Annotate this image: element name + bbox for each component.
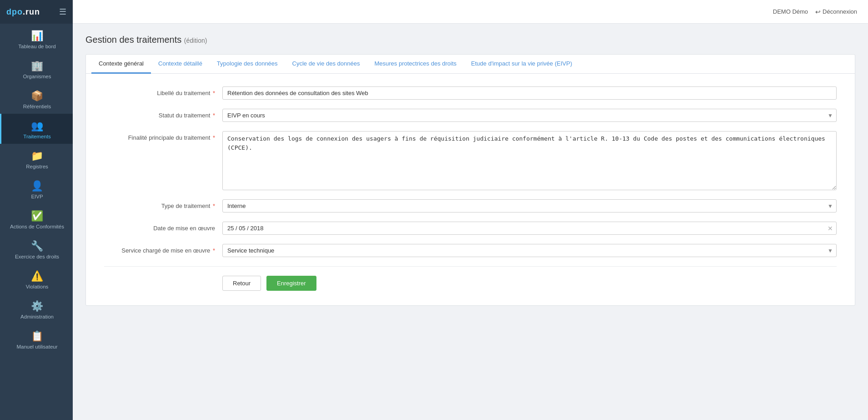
tab-typologie-donnees[interactable]: Typologie des données: [210, 55, 285, 74]
manuel-icon: 📋: [31, 330, 43, 342]
sidebar-item-organismes[interactable]: 🏢 Organismes: [0, 54, 73, 84]
sidebar-item-traitements[interactable]: 👥 Traitements: [0, 114, 73, 144]
sidebar-item-label: Tableau de bord: [18, 44, 55, 49]
finalite-required: *: [213, 134, 215, 141]
sidebar-item-manuel-utilisateur[interactable]: 📋 Manuel utilisateur: [0, 324, 73, 354]
tab-cycle-vie-donnees[interactable]: Cycle de vie des données: [285, 55, 367, 74]
libelle-label: Libellé du traitement *: [104, 86, 222, 96]
form-divider: [104, 266, 837, 267]
tab-contexte-detaille[interactable]: Contexte détaillé: [151, 55, 210, 74]
eivp-icon: 👤: [31, 180, 43, 192]
save-button[interactable]: Enregistrer: [266, 276, 316, 291]
violations-icon: ⚠️: [31, 270, 43, 282]
date-input[interactable]: [222, 222, 837, 235]
registres-icon: 📁: [31, 150, 43, 162]
sidebar-item-label: Violations: [26, 284, 49, 289]
form-area: Libellé du traitement * Statut du traite…: [86, 74, 855, 305]
libelle-row: Libellé du traitement *: [104, 86, 837, 100]
administration-icon: ⚙️: [31, 300, 43, 312]
libelle-input[interactable]: [222, 86, 837, 100]
statut-row: Statut du traitement * EIVP en cours Act…: [104, 109, 837, 122]
back-button[interactable]: Retour: [222, 276, 261, 291]
type-select-wrapper: Interne Externe ▼: [222, 199, 837, 213]
date-clear-icon[interactable]: ✕: [828, 225, 833, 232]
sidebar-item-registres[interactable]: 📁 Registres: [0, 144, 73, 174]
sidebar-item-label: Organismes: [23, 74, 51, 79]
logout-icon: ↩: [815, 8, 821, 15]
logo: dpo.run ☰: [0, 0, 73, 24]
traitements-icon: 👥: [31, 120, 43, 132]
sidebar-item-exercice-droits[interactable]: 🔧 Exercice des droits: [0, 234, 73, 264]
sidebar-item-label: Administration: [20, 314, 54, 319]
sidebar-item-label: Exercice des droits: [15, 254, 59, 259]
type-row: Type de traitement * Interne Externe ▼: [104, 199, 837, 213]
service-label: Service chargé de mise en œuvre *: [104, 244, 222, 254]
statut-select[interactable]: EIVP en cours Actif Inactif En cours: [222, 109, 837, 122]
type-label: Type de traitement *: [104, 199, 222, 209]
tab-contexte-general[interactable]: Contexte général: [91, 55, 151, 74]
date-wrapper: ✕: [222, 222, 837, 235]
conformites-icon: ✅: [31, 210, 43, 222]
finalite-textarea[interactable]: Conservation des logs de connexion des u…: [222, 131, 837, 190]
service-select-wrapper: Service technique Service informatique D…: [222, 244, 837, 257]
hamburger-icon[interactable]: ☰: [59, 7, 66, 17]
form-actions: Retour Enregistrer: [104, 276, 837, 291]
sidebar-item-label: EIVP: [31, 194, 43, 199]
sidebar-item-eivp[interactable]: 👤 EIVP: [0, 174, 73, 204]
service-row: Service chargé de mise en œuvre * Servic…: [104, 244, 837, 257]
type-required: *: [213, 202, 215, 209]
logout-label: Déconnexion: [823, 8, 857, 15]
type-select[interactable]: Interne Externe: [222, 199, 837, 213]
page-title: Gestion des traitements (édition): [85, 35, 855, 45]
sidebar: dpo.run ☰ 📊 Tableau de bord 🏢 Organismes…: [0, 0, 73, 420]
main-content: DEMO Démo ↩ Déconnexion Gestion des trai…: [73, 0, 868, 420]
form-card: Contexte général Contexte détaillé Typol…: [85, 54, 855, 306]
date-row: Date de mise en œuvre ✕: [104, 222, 837, 235]
tab-etude-impact[interactable]: Etude d'impact sur la vie privée (EIVP): [464, 55, 579, 74]
sidebar-item-label: Manuel utilisateur: [16, 344, 57, 349]
libelle-required: *: [213, 90, 215, 96]
content-area: Gestion des traitements (édition) Contex…: [73, 24, 868, 420]
dashboard-icon: 📊: [31, 30, 43, 42]
topbar: DEMO Démo ↩ Déconnexion: [73, 0, 868, 24]
demo-user-label: DEMO Démo: [773, 8, 808, 15]
finalite-label: Finalité principale du traitement *: [104, 131, 222, 141]
service-select[interactable]: Service technique Service informatique D…: [222, 244, 837, 257]
sidebar-item-tableau-de-bord[interactable]: 📊 Tableau de bord: [0, 24, 73, 54]
sidebar-item-administration[interactable]: ⚙️ Administration: [0, 294, 73, 324]
logout-button[interactable]: ↩ Déconnexion: [815, 8, 857, 15]
page-title-sub: (édition): [184, 37, 207, 44]
sidebar-item-label: Registres: [26, 164, 48, 169]
organismes-icon: 🏢: [31, 60, 43, 72]
date-label: Date de mise en œuvre: [104, 222, 222, 232]
statut-label: Statut du traitement *: [104, 109, 222, 119]
page-title-main: Gestion des traitements: [85, 35, 181, 45]
sidebar-item-actions-conformites[interactable]: ✅ Actions de Conformités: [0, 204, 73, 234]
logo-text: dpo.run: [6, 7, 40, 17]
sidebar-item-violations[interactable]: ⚠️ Violations: [0, 264, 73, 294]
sidebar-item-label: Référentiels: [23, 104, 51, 109]
finalite-row: Finalité principale du traitement * Cons…: [104, 131, 837, 190]
tabs-bar: Contexte général Contexte détaillé Typol…: [86, 55, 855, 74]
service-required: *: [213, 247, 215, 254]
statut-select-wrapper: EIVP en cours Actif Inactif En cours ▼: [222, 109, 837, 122]
statut-required: *: [213, 112, 215, 119]
droits-icon: 🔧: [31, 240, 43, 252]
tab-mesures-protectrices[interactable]: Mesures protectrices des droits: [367, 55, 464, 74]
sidebar-item-referentiels[interactable]: 📦 Référentiels: [0, 84, 73, 114]
referentiels-icon: 📦: [31, 90, 43, 102]
sidebar-item-label: Traitements: [23, 134, 50, 139]
sidebar-item-label: Actions de Conformités: [10, 224, 64, 229]
